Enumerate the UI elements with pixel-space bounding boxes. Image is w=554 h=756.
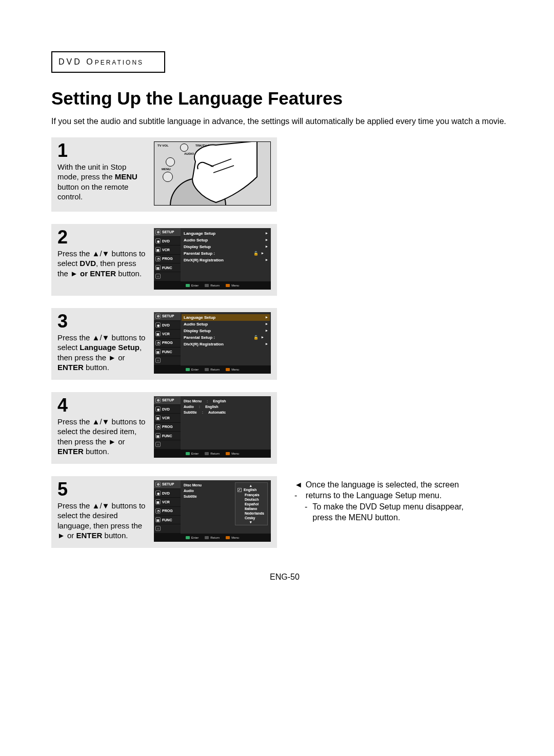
side-tab-dvd: ◉DVD [154,237,181,246]
menu-item: Audio Setup▸ [184,237,268,243]
chevron-right-icon: ▸ [266,231,268,235]
grid-icon: ▤ [155,433,161,438]
side-tab-setup: ✿SETUP [154,396,181,405]
tape-icon: ▣ [155,499,161,504]
chevron-right-icon: ▸ [266,342,268,346]
side-tab-home: ⌂ [154,272,181,281]
chevron-right-icon: ▸ [262,251,264,255]
lang-option: Français [238,493,264,497]
notes: ◄ - Once the language is selected, the s… [292,479,477,560]
triangle-left-icon: ◄ - [294,479,303,501]
osd-body-2: Language Setup▸ Audio Setup▸ Display Set… [181,228,271,281]
menu-item: Parental Setup :🔓▸ [184,334,268,341]
home-icon: ⌂ [155,358,161,363]
osd-screenshot-4: ✿SETUP ◉DVD ▣VCR ◔PROG ▤FUNC ⌂ Disc Menu… [154,396,271,458]
chevron-right-icon: ▸ [266,329,268,333]
lang-row: Subtitle:Automatic [184,410,268,415]
disc-icon: ◉ [155,491,161,496]
grid-icon: ▤ [155,349,161,354]
note-2: To make the DVD Setup menu disappear, pr… [312,501,477,523]
step-1-num: 1 [57,141,147,160]
chevron-right-icon: ▸ [266,238,268,242]
language-submenu: ▴ ✓English Français Deutsch Español Ital… [235,482,268,525]
menu-item: Display Setup▸ [184,243,268,250]
side-tab-setup: ✿SETUP [154,312,181,321]
gear-icon: ✿ [155,230,161,235]
lang-option: Cesky [238,516,264,520]
intro-text: If you set the audio and subtitle langua… [51,116,518,127]
grid-icon: ▤ [155,265,161,270]
lang-row: Disc Menu:English [184,398,268,404]
side-tab-vcr: ▣VCR [154,414,181,422]
clock-icon: ◔ [155,424,161,430]
side-tab-vcr: ▣VCR [154,330,181,338]
menu-item: DivX(R) Registration▸ [184,257,268,263]
menu-item: Audio Setup▸ [184,321,268,328]
footer-enter: Enter [186,284,199,287]
side-tab-func: ▤FUNC [154,348,181,356]
lang-option: Deutsch [238,497,264,502]
side-tab-func: ▤FUNC [154,263,181,272]
osd-screenshot-5: ✿SETUP ◉DVD ▣VCR ◔PROG ▤FUNC ⌂ Disc Menu… [154,480,271,542]
gear-icon: ✿ [155,314,161,319]
side-tab-dvd: ◉DVD [154,489,181,498]
side-tab-home: ⌂ [154,440,181,449]
section-box: DVD OPERATIONS [51,51,165,73]
gear-icon: ✿ [155,398,161,403]
clock-icon: ◔ [155,340,161,345]
step-1-text: With the unit in Stop mode, press the ME… [57,162,147,202]
chevron-down-icon: ▾ [238,520,264,524]
chevron-right-icon: ▸ [266,315,268,319]
home-icon: ⌂ [155,274,161,279]
side-tab-prog: ◔PROG [154,423,181,432]
step-3-num: 3 [57,312,147,331]
lang-row: Audio:English [184,404,268,410]
tape-icon: ▣ [155,247,161,252]
chevron-right-icon: ▸ [266,258,268,262]
side-tab-prog: ◔PROG [154,339,181,348]
step-2-text: Press the ▲/▼ buttons to select DVD, the… [57,249,147,279]
menu-item: Parental Setup :🔓▸ [184,250,268,257]
menu-item: Display Setup▸ [184,328,268,334]
disc-icon: ◉ [155,322,161,328]
page-number: ENG-50 [51,573,518,582]
menu-item-highlighted: Language Setup▸ [182,314,270,321]
osd-side-tabs: ✿SETUP ◉DVD ▣VCR ◔PROG ▤FUNC ⌂ [154,228,181,281]
disc-icon: ◉ [155,406,161,412]
step-2: 2 Press the ▲/▼ buttons to select DVD, t… [51,224,277,296]
chevron-up-icon: ▴ [238,484,264,487]
section-label-big: DVD O [58,57,95,66]
lock-icon: 🔓 [253,251,259,256]
tape-icon: ▣ [155,331,161,336]
label-tvvol: TV VOL [157,144,169,147]
osd-screenshot-3: ✿SETUP ◉DVD ▣VCR ◔PROG ▤FUNC ⌂ Language … [154,312,271,374]
step-1: 1 With the unit in Stop mode, press the … [51,137,277,212]
side-tab-dvd: ◉DVD [154,405,181,414]
remote-illustration: TV VOL TRK/TV CH AUDIO MENU [154,141,271,206]
lock-icon: 🔓 [253,335,259,340]
disc-icon: ◉ [155,238,161,243]
step-2-num: 2 [57,228,147,247]
check-icon: ✓ [238,488,242,492]
side-tab-prog: ◔PROG [154,507,181,516]
section-label-small: PERATIONS [95,59,144,66]
side-tab-home: ⌂ [154,356,181,365]
label-menu: MENU [162,168,171,171]
lang-option: Italiano [238,506,264,511]
clock-icon: ◔ [155,256,161,261]
step-4-text: Press the ▲/▼ buttons to select the desi… [57,417,147,457]
step-4-num: 4 [57,396,147,415]
step-5-num: 5 [57,480,147,499]
side-tab-dvd: ◉DVD [154,321,181,330]
step-5-text: Press the ▲/▼ buttons to select the desi… [57,501,147,541]
menu-item: Language Setup▸ [184,230,268,237]
footer-menu: Menu [226,284,239,287]
gear-icon: ✿ [155,482,161,487]
step-4: 4 Press the ▲/▼ buttons to select the de… [51,392,277,464]
side-tab-vcr: ▣VCR [154,498,181,506]
side-tab-prog: ◔PROG [154,255,181,263]
osd-screenshot-2: ✿SETUP ◉DVD ▣VCR ◔PROG ▤FUNC ⌂ Language … [154,228,271,290]
minus-button-icon [166,157,175,167]
hand-icon [185,141,262,206]
home-icon: ⌂ [155,526,161,531]
